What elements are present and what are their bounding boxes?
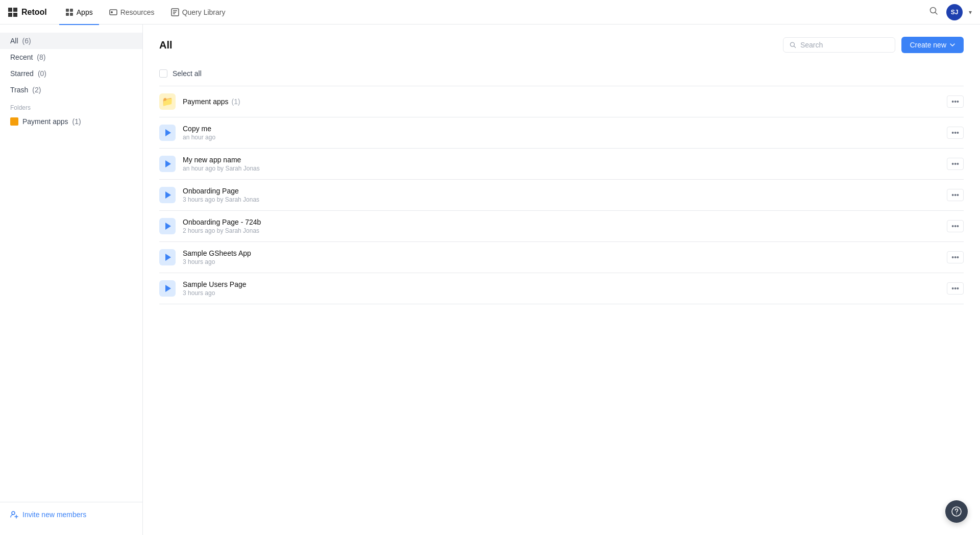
item-menu-button[interactable]: •••	[947, 282, 964, 295]
nav-right: SJ ▾	[927, 4, 972, 20]
nav-apps[interactable]: Apps	[59, 1, 99, 25]
sidebar-starred-label: Starred	[10, 69, 34, 78]
item-meta: 3 hours ago by Sarah Jonas	[183, 196, 940, 203]
play-icon	[165, 160, 171, 167]
svg-rect-1	[70, 9, 73, 12]
search-icon	[929, 6, 938, 15]
item-menu-button[interactable]: •••	[947, 95, 964, 108]
sidebar-nav: All (6) Recent (8) Starred (0) Trash (2)…	[0, 33, 142, 502]
item-info: Onboarding Page - 724b 2 hours ago by Sa…	[183, 218, 940, 234]
help-icon	[951, 506, 962, 517]
item-info: Sample Users Page 3 hours ago	[183, 280, 940, 297]
item-meta: 2 hours ago by Sarah Jonas	[183, 227, 940, 234]
create-new-button[interactable]: Create new	[901, 37, 964, 53]
avatar-caret-icon[interactable]: ▾	[969, 9, 972, 16]
logo[interactable]: Retool	[8, 8, 47, 17]
sidebar-starred-count: (0)	[38, 69, 46, 78]
select-all-checkbox[interactable]	[159, 69, 167, 78]
sidebar-trash-label: Trash	[10, 86, 28, 94]
help-button[interactable]	[945, 500, 968, 523]
main-header: All Create new	[159, 37, 964, 53]
sidebar-recent-label: Recent	[10, 53, 33, 61]
payment-apps-count: (1)	[72, 117, 81, 126]
main-content: All Create new Select	[143, 25, 980, 535]
item-meta: 3 hours ago	[183, 258, 940, 265]
list-item: Sample GSheets App 3 hours ago •••	[159, 242, 964, 273]
resources-icon	[109, 8, 117, 16]
svg-rect-3	[70, 13, 73, 16]
sidebar-all-label: All	[10, 37, 18, 45]
app-item-icon	[159, 249, 176, 265]
item-info: Sample GSheets App 3 hours ago	[183, 249, 940, 265]
header-actions: Create new	[783, 37, 964, 53]
play-icon	[165, 129, 171, 136]
select-all-label[interactable]: Select all	[173, 69, 202, 78]
play-icon	[165, 191, 171, 199]
item-name: Copy me	[183, 125, 940, 133]
svg-point-5	[111, 11, 113, 13]
list-item: Onboarding Page - 724b 2 hours ago by Sa…	[159, 211, 964, 242]
item-menu-button[interactable]: •••	[947, 158, 964, 170]
app-item-icon	[159, 125, 176, 141]
query-library-icon	[171, 8, 179, 16]
invite-members-button[interactable]: Invite new members	[10, 510, 86, 519]
select-all-row: Select all	[159, 65, 964, 82]
item-name: Sample GSheets App	[183, 249, 940, 257]
item-name: Sample Users Page	[183, 280, 940, 288]
sidebar-item-starred[interactable]: Starred (0)	[0, 65, 142, 82]
payment-apps-label: Payment apps	[22, 117, 68, 126]
sidebar-recent-count: (8)	[37, 53, 45, 61]
folder-emoji-icon: 📁	[162, 96, 173, 107]
svg-line-11	[936, 13, 938, 15]
sidebar-bottom: Invite new members	[0, 502, 142, 527]
item-meta: an hour ago	[183, 134, 940, 141]
invite-label: Invite new members	[22, 510, 86, 519]
item-menu-button[interactable]: •••	[947, 189, 964, 201]
search-input[interactable]	[800, 41, 889, 49]
svg-rect-0	[66, 9, 69, 12]
item-menu-button[interactable]: •••	[947, 251, 964, 263]
item-name: Onboarding Page	[183, 187, 940, 195]
avatar[interactable]: SJ	[946, 4, 963, 20]
layout: All (6) Recent (8) Starred (0) Trash (2)…	[0, 25, 980, 535]
search-box-icon	[790, 41, 796, 48]
apps-icon	[65, 8, 74, 16]
list-item: Sample Users Page 3 hours ago •••	[159, 273, 964, 304]
nav-query-library[interactable]: Query Library	[165, 1, 232, 25]
list-item: Onboarding Page 3 hours ago by Sarah Jon…	[159, 180, 964, 211]
item-menu: •••	[947, 282, 964, 295]
app-list: 📁 Payment apps (1) ••• Copy	[159, 86, 964, 304]
list-item: 📁 Payment apps (1) •••	[159, 86, 964, 117]
item-menu: •••	[947, 158, 964, 170]
item-menu-button[interactable]: •••	[947, 220, 964, 232]
sidebar-item-all[interactable]: All (6)	[0, 33, 142, 49]
folder-icon	[10, 117, 18, 126]
nav-resources[interactable]: Resources	[103, 1, 161, 25]
sidebar-all-count: (6)	[22, 37, 31, 45]
play-icon	[165, 285, 171, 292]
item-menu: •••	[947, 251, 964, 263]
search-box	[783, 37, 895, 53]
create-new-label: Create new	[910, 41, 946, 49]
app-item-icon	[159, 156, 176, 172]
item-info: Copy me an hour ago	[183, 125, 940, 141]
sidebar-item-payment-apps[interactable]: Payment apps (1)	[0, 113, 142, 130]
sidebar-item-recent[interactable]: Recent (8)	[0, 49, 142, 65]
svg-line-16	[794, 46, 796, 47]
item-menu-button[interactable]: •••	[947, 127, 964, 139]
invite-icon	[10, 510, 18, 519]
list-item: Copy me an hour ago •••	[159, 117, 964, 149]
folders-section-label: Folders	[0, 98, 142, 113]
item-name: Payment apps (1)	[183, 98, 940, 106]
app-item-icon	[159, 218, 176, 234]
sidebar-item-trash[interactable]: Trash (2)	[0, 82, 142, 98]
list-item: My new app name an hour ago by Sarah Jon…	[159, 149, 964, 180]
sidebar: All (6) Recent (8) Starred (0) Trash (2)…	[0, 25, 143, 535]
app-item-icon	[159, 187, 176, 203]
item-info: Payment apps (1)	[183, 98, 940, 106]
folder-item-icon: 📁	[159, 93, 176, 110]
item-menu: •••	[947, 220, 964, 232]
global-search-button[interactable]	[927, 4, 940, 20]
retool-logo-icon	[8, 8, 17, 17]
item-menu: •••	[947, 189, 964, 201]
